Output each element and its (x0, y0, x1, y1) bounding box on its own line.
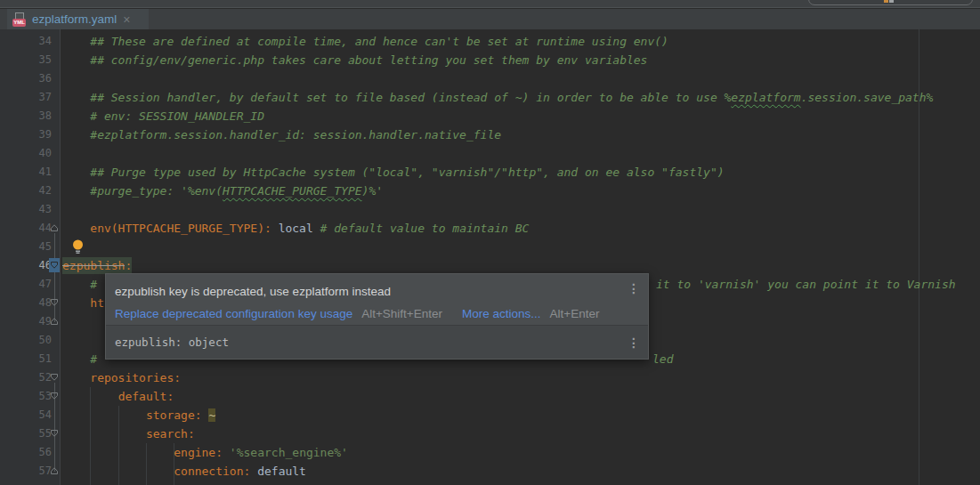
code-token: )%' (362, 184, 383, 198)
line-number: 37 (39, 88, 52, 107)
editor-tab-bar: YML ezplatform.yaml × (0, 9, 980, 29)
code-line: 38 # env: SESSION_HANDLER_ID (0, 107, 980, 125)
code-token: local (279, 222, 313, 235)
code-token (62, 427, 146, 441)
replace-action-link[interactable]: Replace deprecated configuration key usa… (115, 307, 352, 320)
code-token: env(HTTPCACHE_PURGE_TYPE): (90, 222, 271, 235)
code-line: 34 ## These are defined at compile time,… (0, 32, 980, 51)
code-token: # default value to maintain BC (320, 222, 530, 235)
intention-popup: ezpublish key is deprecated, use ezplatf… (105, 273, 649, 360)
code-line: 55 search: (0, 424, 980, 443)
code-token: # env: SESSION_HANDLER_ID (62, 109, 264, 123)
code-token (62, 352, 90, 366)
popup-info-section: ezpublish: object ⋮ (106, 325, 648, 359)
code-token: it to 'varnish' you can point it to Varn… (656, 275, 956, 294)
yml-badge: YML (12, 19, 26, 27)
code-token (271, 222, 279, 235)
code-token: # (90, 352, 97, 366)
line-number: 54 (39, 406, 52, 424)
code-token: ezpublish (62, 257, 125, 274)
code-token: ## config/env/generic.php takes care abo… (62, 53, 647, 67)
tab-ezplatform-yaml[interactable]: YML ezplatform.yaml × (7, 9, 149, 29)
code-line: 39 #ezplatform.session.handler_id: sessi… (0, 125, 980, 144)
code-token: #purge_type: '%env( (62, 184, 223, 198)
tab-close-icon[interactable]: × (123, 13, 130, 26)
line-number: 39 (39, 125, 52, 144)
code-token: engine: (174, 446, 223, 459)
code-token: default: (118, 390, 174, 403)
fold-region-start-icon[interactable] (49, 389, 60, 403)
line-number: 40 (39, 144, 52, 163)
code-token: ## Session handler, by default set to fi… (62, 91, 731, 104)
code-token: ## These are defined at compile time, an… (62, 35, 668, 48)
ide-window: YML ezplatform.yaml × 34 ## These are de… (0, 0, 980, 485)
code-token (62, 296, 90, 310)
code-token (313, 222, 320, 235)
code-line: 45 (0, 238, 980, 256)
code-line: 52 repositories: (0, 368, 980, 387)
fold-region-start-icon[interactable] (49, 426, 60, 441)
popup-info-text: ezpublish: object (115, 335, 229, 349)
code-line: 40 (0, 144, 980, 163)
device-screen-icon (884, 0, 894, 3)
line-number: 35 (39, 51, 52, 69)
line-number: 47 (39, 275, 52, 294)
fold-region-start-icon[interactable] (49, 370, 60, 384)
line-number: 51 (39, 350, 52, 368)
line-number: 42 (39, 182, 52, 200)
code-token (62, 222, 90, 235)
yaml-file-icon: YML (12, 12, 28, 27)
code-token (223, 446, 230, 459)
code-line: 57 connection: default (0, 462, 980, 481)
code-token (62, 278, 90, 291)
primary-shortcut-label: Alt+Shift+Enter (361, 307, 442, 320)
code-token: ezplatform (731, 91, 800, 104)
code-token: .session.save_path% (801, 91, 934, 104)
code-line: 35 ## config/env/generic.php takes care … (0, 51, 980, 69)
code-line: 43 (0, 200, 980, 219)
tab-label: ezplatform.yaml (32, 12, 117, 26)
kebab-menu-icon[interactable]: ⋮ (628, 282, 640, 295)
code-token: #ezplatform.session.handler_id: session.… (62, 128, 501, 141)
code-line: 42 #purge_type: '%env(HTTPCACHE_PURGE_TY… (0, 182, 980, 200)
code-token: : (125, 257, 132, 274)
code-token (62, 446, 174, 459)
popup-main-section: ezpublish key is deprecated, use ezplatf… (106, 274, 648, 325)
line-number: 36 (39, 69, 52, 88)
code-line: 36 (0, 69, 980, 88)
code-token (62, 408, 146, 422)
code-token (62, 371, 90, 384)
fold-region-end-icon[interactable] (49, 314, 60, 328)
code-line: 46ezpublish: (0, 256, 980, 275)
code-line: 53 default: (0, 387, 980, 406)
toolbar-strip (0, 0, 980, 8)
fold-region-start-icon[interactable] (49, 258, 60, 272)
run-widget-control[interactable] (808, 0, 973, 5)
line-number: 34 (39, 32, 52, 51)
popup-message: ezpublish key is deprecated, use ezplatf… (115, 285, 391, 298)
code-line: 37 ## Session handler, by default set to… (0, 88, 980, 107)
fold-region-end-icon[interactable] (49, 464, 60, 478)
code-token: ~ (208, 408, 215, 422)
line-number: 43 (39, 200, 52, 219)
code-lines: 34 ## These are defined at compile time,… (0, 32, 980, 481)
more-actions-link[interactable]: More actions... (462, 307, 541, 320)
code-token: '%search_engine%' (230, 446, 348, 459)
code-line: 56 engine: '%search_engine%' (0, 443, 980, 462)
code-line: 41 ## Purge type used by HttpCache syste… (0, 163, 980, 182)
code-token: repositories: (90, 371, 181, 384)
code-line: 44 env(HTTPCACHE_PURGE_TYPE): local # de… (0, 219, 980, 238)
code-token: HTTPCACHE_PURGE_TYPE (223, 184, 362, 198)
kebab-menu-icon[interactable]: ⋮ (628, 336, 640, 349)
code-token: connection: (174, 465, 250, 478)
secondary-shortcut-label: Alt+Enter (550, 307, 600, 320)
lightbulb-icon[interactable] (72, 239, 84, 258)
line-number: 38 (39, 107, 52, 125)
editor-area[interactable]: 34 ## These are defined at compile time,… (0, 29, 980, 485)
code-token: # (90, 278, 97, 291)
fold-region-end-icon[interactable] (49, 221, 60, 235)
code-token: led (652, 350, 673, 368)
line-number: 45 (39, 238, 52, 256)
code-token (62, 390, 118, 403)
fold-region-start-icon[interactable] (49, 295, 60, 310)
